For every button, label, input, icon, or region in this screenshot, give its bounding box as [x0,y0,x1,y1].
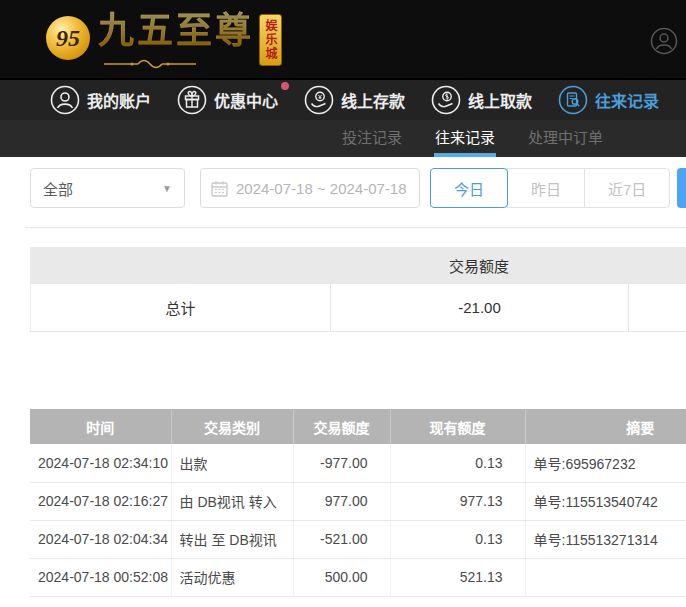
nav-promotions[interactable]: 优惠中心 [177,85,278,115]
summary-total-value: -21.00 [331,284,629,331]
col-type: 交易类别 [171,409,293,444]
nav-label: 线上存款 [341,88,405,112]
cell-time: 2024-07-18 02:16:27 [30,482,171,520]
cell-amount: -521.00 [293,520,390,558]
yesterday-button[interactable]: 昨日 [507,168,585,208]
category-select[interactable]: 全部 ▼ [30,168,185,208]
nav-deposit[interactable]: 线上存款 [304,85,405,115]
nav-withdraw[interactable]: 线上取款 [431,85,532,115]
notification-dot [281,82,289,90]
table-row: 2024-07-18 02:34:10 出款 -977.00 0.13 单号:6… [30,444,686,482]
account-avatar-icon[interactable] [650,27,678,59]
gift-icon [177,85,207,115]
nav-label: 线上取款 [468,88,532,112]
deposit-icon [304,85,334,115]
cell-balance: 0.13 [390,444,525,482]
calendar-icon [211,180,228,197]
summary-total-row: 总计 -21.00 [30,284,686,332]
chevron-down-icon: ▼ [162,183,172,194]
table-row: 2024-07-18 02:04:34 转出 至 DB视讯 -521.00 0.… [30,520,686,558]
logo-emblem-icon: 95 [46,16,90,60]
main-nav: 我的账户 优惠中心 线上存款 线上取款 [0,78,686,120]
tab-bet-records[interactable]: 投注记录 [341,120,403,157]
summary-header-row: 交易额度 [30,247,686,284]
logo-text: 九五至尊 [98,8,254,54]
cell-time: 2024-07-18 02:34:10 [30,444,171,482]
cell-time: 2024-07-18 00:52:08 [30,558,171,596]
cell-amount: 500.00 [293,558,390,596]
tab-transaction-records[interactable]: 往来记录 [434,120,496,157]
cell-balance: 521.13 [390,558,525,596]
category-select-value: 全部 [43,178,73,199]
nav-label: 我的账户 [87,88,151,112]
logo-badge: 娱乐城 [259,14,282,66]
cell-balance: 977.13 [390,482,525,520]
col-balance: 现有额度 [390,409,525,444]
date-range-picker[interactable]: 2024-07-18 ~ 2024-07-18 [200,168,420,208]
record-tabs: 投注记录 往来记录 处理中订单 [0,120,686,157]
cell-time: 2024-07-18 02:04:34 [30,520,171,558]
withdraw-icon [431,85,461,115]
table-header-row: 时间 交易类别 交易额度 现有额度 摘要 [30,409,686,444]
nav-my-account[interactable]: 我的账户 [50,85,151,115]
nav-label: 往来记录 [595,88,659,112]
cell-memo: 单号:115513271314 [525,520,686,558]
cell-type: 活动优惠 [171,558,293,596]
cell-type: 由 DB视讯 转入 [171,482,293,520]
quick-date-buttons: 今日 昨日 近7日 [430,168,670,208]
filter-bar: 全部 ▼ 2024-07-18 ~ 2024-07-18 今日 昨日 近7日 [30,168,686,208]
cell-type: 出款 [171,444,293,482]
col-time: 时间 [30,409,171,444]
table-row: 2024-07-18 00:52:08 活动优惠 500.00 521.13 [30,558,686,596]
date-range-value: 2024-07-18 ~ 2024-07-18 [236,180,407,197]
today-button[interactable]: 今日 [430,168,508,208]
col-amount: 交易额度 [293,409,390,444]
summary-table: 交易额度 总计 -21.00 [30,247,686,332]
cell-type: 转出 至 DB视讯 [171,520,293,558]
tab-pending-orders[interactable]: 处理中订单 [527,120,604,157]
col-memo: 摘要 [525,409,686,444]
cell-memo [525,558,686,596]
nav-transaction-records[interactable]: 往来记录 [558,85,659,115]
search-button[interactable] [677,168,686,208]
last7days-button[interactable]: 近7日 [584,168,670,208]
transactions-table: 时间 交易类别 交易额度 现有额度 摘要 2024-07-18 02:34:10… [30,409,686,597]
cell-memo: 单号:695967232 [525,444,686,482]
cell-amount: -977.00 [293,444,390,482]
logo-flourish-icon [102,57,198,75]
top-header: 95 九五至尊 娱乐城 [0,0,686,78]
summary-total-label: 总计 [31,284,331,331]
section-divider [25,227,686,228]
cell-memo: 单号:115513540742 [525,482,686,520]
summary-amount-header: 交易额度 [330,255,628,276]
cell-balance: 0.13 [390,520,525,558]
user-icon [50,85,80,115]
cell-amount: 977.00 [293,482,390,520]
records-icon [558,85,588,115]
nav-label: 优惠中心 [214,88,278,112]
table-row: 2024-07-18 02:16:27 由 DB视讯 转入 977.00 977… [30,482,686,520]
